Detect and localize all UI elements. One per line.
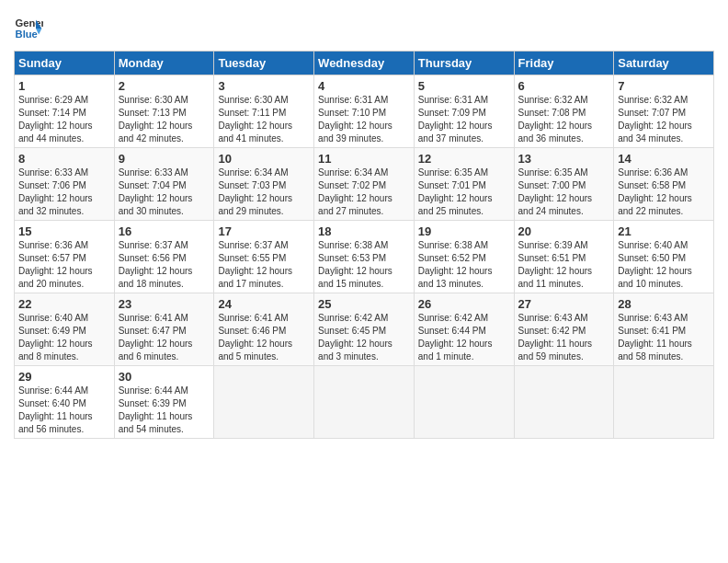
day-number: 6 — [518, 79, 610, 93]
table-row: 13Sunrise: 6:35 AM Sunset: 7:00 PM Dayli… — [514, 148, 614, 221]
day-info: Sunrise: 6:44 AM Sunset: 6:39 PM Dayligh… — [119, 385, 210, 436]
day-info: Sunrise: 6:36 AM Sunset: 6:58 PM Dayligh… — [618, 167, 710, 218]
table-row: 30Sunrise: 6:44 AM Sunset: 6:39 PM Dayli… — [114, 366, 214, 439]
day-number: 2 — [119, 79, 210, 93]
table-row: 7Sunrise: 6:32 AM Sunset: 7:07 PM Daylig… — [614, 75, 714, 148]
table-row: 27Sunrise: 6:43 AM Sunset: 6:42 PM Dayli… — [514, 293, 614, 366]
table-row: 2Sunrise: 6:30 AM Sunset: 7:13 PM Daylig… — [114, 75, 214, 148]
day-info: Sunrise: 6:30 AM Sunset: 7:11 PM Dayligh… — [218, 94, 310, 145]
day-number: 27 — [518, 297, 610, 311]
day-number: 15 — [18, 224, 110, 238]
day-number: 5 — [418, 79, 510, 93]
day-info: Sunrise: 6:29 AM Sunset: 7:14 PM Dayligh… — [18, 94, 110, 145]
day-info: Sunrise: 6:42 AM Sunset: 6:44 PM Dayligh… — [418, 312, 510, 363]
day-info: Sunrise: 6:31 AM Sunset: 7:09 PM Dayligh… — [418, 94, 510, 145]
day-info: Sunrise: 6:42 AM Sunset: 6:45 PM Dayligh… — [318, 312, 410, 363]
day-info: Sunrise: 6:41 AM Sunset: 6:46 PM Dayligh… — [218, 312, 310, 363]
day-number: 22 — [18, 297, 110, 311]
day-number: 9 — [119, 152, 210, 166]
calendar-table: SundayMondayTuesdayWednesdayThursdayFrid… — [14, 51, 714, 439]
col-header-monday: Monday — [114, 52, 214, 75]
col-header-sunday: Sunday — [15, 52, 115, 75]
table-row: 1Sunrise: 6:29 AM Sunset: 7:14 PM Daylig… — [15, 75, 115, 148]
day-number: 7 — [618, 79, 710, 93]
day-number: 20 — [518, 224, 610, 238]
day-info: Sunrise: 6:39 AM Sunset: 6:51 PM Dayligh… — [518, 239, 610, 291]
table-row: 6Sunrise: 6:32 AM Sunset: 7:08 PM Daylig… — [514, 75, 614, 148]
table-row — [314, 366, 415, 439]
day-info: Sunrise: 6:38 AM Sunset: 6:52 PM Dayligh… — [418, 239, 510, 291]
svg-text:Blue: Blue — [16, 29, 38, 40]
day-number: 13 — [518, 152, 610, 166]
day-number: 23 — [119, 297, 210, 311]
day-number: 24 — [218, 297, 310, 311]
table-row: 26Sunrise: 6:42 AM Sunset: 6:44 PM Dayli… — [414, 293, 514, 366]
table-row: 14Sunrise: 6:36 AM Sunset: 6:58 PM Dayli… — [614, 148, 714, 221]
logo: General Blue — [14, 14, 43, 43]
table-row: 11Sunrise: 6:34 AM Sunset: 7:02 PM Dayli… — [314, 148, 415, 221]
col-header-wednesday: Wednesday — [314, 52, 415, 75]
table-row: 28Sunrise: 6:43 AM Sunset: 6:41 PM Dayli… — [614, 293, 714, 366]
day-info: Sunrise: 6:36 AM Sunset: 6:57 PM Dayligh… — [18, 239, 110, 291]
table-row: 10Sunrise: 6:34 AM Sunset: 7:03 PM Dayli… — [214, 148, 314, 221]
day-info: Sunrise: 6:41 AM Sunset: 6:47 PM Dayligh… — [119, 312, 210, 363]
table-row: 21Sunrise: 6:40 AM Sunset: 6:50 PM Dayli… — [614, 221, 714, 293]
day-number: 16 — [119, 224, 210, 238]
day-number: 21 — [618, 224, 710, 238]
day-number: 10 — [218, 152, 310, 166]
table-row — [214, 366, 314, 439]
day-info: Sunrise: 6:32 AM Sunset: 7:07 PM Dayligh… — [618, 94, 710, 145]
table-row: 19Sunrise: 6:38 AM Sunset: 6:52 PM Dayli… — [414, 221, 514, 293]
day-number: 11 — [318, 152, 410, 166]
table-row: 9Sunrise: 6:33 AM Sunset: 7:04 PM Daylig… — [114, 148, 214, 221]
table-row: 24Sunrise: 6:41 AM Sunset: 6:46 PM Dayli… — [214, 293, 314, 366]
day-info: Sunrise: 6:33 AM Sunset: 7:06 PM Dayligh… — [18, 167, 110, 218]
day-info: Sunrise: 6:33 AM Sunset: 7:04 PM Dayligh… — [119, 167, 210, 218]
table-row: 8Sunrise: 6:33 AM Sunset: 7:06 PM Daylig… — [15, 148, 115, 221]
table-row: 16Sunrise: 6:37 AM Sunset: 6:56 PM Dayli… — [114, 221, 214, 293]
col-header-tuesday: Tuesday — [214, 52, 314, 75]
day-number: 18 — [318, 224, 410, 238]
day-info: Sunrise: 6:37 AM Sunset: 6:55 PM Dayligh… — [218, 239, 310, 291]
day-info: Sunrise: 6:35 AM Sunset: 7:01 PM Dayligh… — [418, 167, 510, 218]
day-info: Sunrise: 6:44 AM Sunset: 6:40 PM Dayligh… — [18, 385, 110, 436]
col-header-saturday: Saturday — [614, 52, 714, 75]
day-info: Sunrise: 6:37 AM Sunset: 6:56 PM Dayligh… — [119, 239, 210, 291]
table-row: 15Sunrise: 6:36 AM Sunset: 6:57 PM Dayli… — [15, 221, 115, 293]
table-row: 20Sunrise: 6:39 AM Sunset: 6:51 PM Dayli… — [514, 221, 614, 293]
table-row: 29Sunrise: 6:44 AM Sunset: 6:40 PM Dayli… — [15, 366, 115, 439]
table-row — [414, 366, 514, 439]
day-number: 30 — [119, 370, 210, 384]
day-number: 4 — [318, 79, 410, 93]
day-info: Sunrise: 6:40 AM Sunset: 6:49 PM Dayligh… — [18, 312, 110, 363]
day-number: 8 — [18, 152, 110, 166]
table-row: 18Sunrise: 6:38 AM Sunset: 6:53 PM Dayli… — [314, 221, 415, 293]
day-info: Sunrise: 6:34 AM Sunset: 7:02 PM Dayligh… — [318, 167, 410, 218]
day-number: 3 — [218, 79, 310, 93]
day-number: 25 — [318, 297, 410, 311]
day-number: 26 — [418, 297, 510, 311]
day-info: Sunrise: 6:43 AM Sunset: 6:41 PM Dayligh… — [618, 312, 710, 363]
table-row: 22Sunrise: 6:40 AM Sunset: 6:49 PM Dayli… — [15, 293, 115, 366]
logo-icon: General Blue — [14, 14, 43, 43]
table-row: 12Sunrise: 6:35 AM Sunset: 7:01 PM Dayli… — [414, 148, 514, 221]
day-info: Sunrise: 6:40 AM Sunset: 6:50 PM Dayligh… — [618, 239, 710, 291]
day-number: 17 — [218, 224, 310, 238]
col-header-thursday: Thursday — [414, 52, 514, 75]
day-number: 19 — [418, 224, 510, 238]
day-number: 28 — [618, 297, 710, 311]
day-info: Sunrise: 6:43 AM Sunset: 6:42 PM Dayligh… — [518, 312, 610, 363]
table-row: 3Sunrise: 6:30 AM Sunset: 7:11 PM Daylig… — [214, 75, 314, 148]
day-info: Sunrise: 6:31 AM Sunset: 7:10 PM Dayligh… — [318, 94, 410, 145]
day-number: 14 — [618, 152, 710, 166]
day-info: Sunrise: 6:35 AM Sunset: 7:00 PM Dayligh… — [518, 167, 610, 218]
day-info: Sunrise: 6:34 AM Sunset: 7:03 PM Dayligh… — [218, 167, 310, 218]
table-row: 25Sunrise: 6:42 AM Sunset: 6:45 PM Dayli… — [314, 293, 415, 366]
day-number: 29 — [18, 370, 110, 384]
col-header-friday: Friday — [514, 52, 614, 75]
day-info: Sunrise: 6:30 AM Sunset: 7:13 PM Dayligh… — [119, 94, 210, 145]
day-info: Sunrise: 6:38 AM Sunset: 6:53 PM Dayligh… — [318, 239, 410, 291]
table-row — [514, 366, 614, 439]
day-number: 1 — [18, 79, 110, 93]
table-row: 17Sunrise: 6:37 AM Sunset: 6:55 PM Dayli… — [214, 221, 314, 293]
